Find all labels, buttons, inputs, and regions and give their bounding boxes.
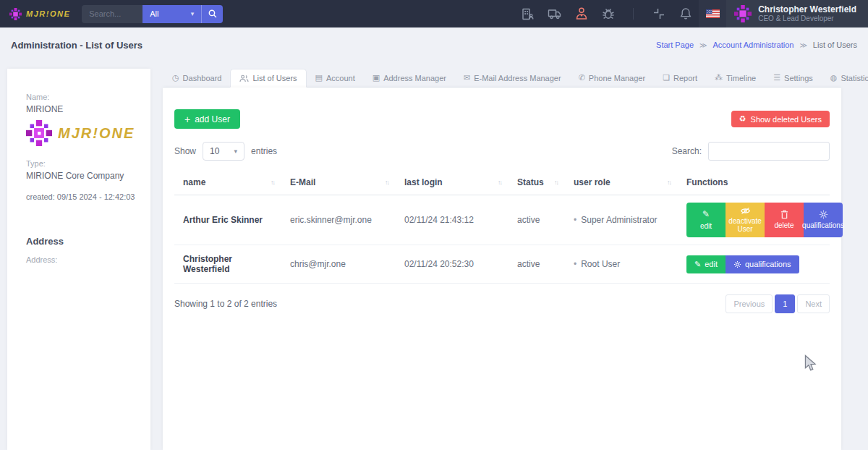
address-label: Address:	[26, 255, 139, 264]
language-selector[interactable]	[699, 0, 726, 27]
sort-icon: ↑↓	[271, 179, 274, 186]
gear-icon	[733, 260, 741, 268]
quick-actions-button[interactable]	[645, 0, 672, 27]
table-search-label: Search:	[672, 146, 702, 156]
qualifications-button[interactable]: qualifications	[804, 203, 843, 237]
tab-list-of-users[interactable]: List of Users	[230, 69, 306, 88]
cell-functions: ✎ edit deactivate User	[678, 195, 843, 245]
tab-settings[interactable]: ☰ Settings	[765, 69, 822, 87]
page-title: Administration - List of Users	[11, 40, 142, 51]
cell-name: Arthur Eric Skinner	[174, 206, 281, 234]
column-header-name[interactable]: name ↑↓	[174, 171, 281, 195]
page-header: Administration - List of Users Start Pag…	[0, 27, 868, 62]
column-header-user-role[interactable]: user role ↑↓	[565, 171, 678, 195]
user-admin-button[interactable]	[568, 0, 595, 27]
bullet-icon: •	[574, 215, 576, 225]
tab-statistics[interactable]: ◍ Statistics	[822, 69, 868, 87]
show-deleted-users-button[interactable]: ♻ Show deleted Users	[731, 111, 830, 127]
pagination-previous[interactable]: Previous	[726, 294, 773, 313]
dashboard-icon: ◷	[172, 73, 179, 82]
statistics-icon: ◍	[830, 73, 838, 82]
eye-slash-icon	[740, 207, 751, 215]
tab-email-address-manager[interactable]: ✉ E-Mail Address Manager	[455, 69, 570, 87]
company-logo-text: MJR!ONE	[58, 125, 135, 142]
cell-functions: ✎ edit qualifications	[678, 248, 830, 281]
column-header-status[interactable]: Status ↑↓	[509, 171, 565, 195]
debug-button[interactable]	[595, 0, 621, 27]
cell-email: chris@mjr.one	[281, 250, 396, 278]
user-display-name: Christopher Westerfield	[758, 4, 856, 14]
company-created: created: 09/15 2024 - 12:42:03	[26, 192, 139, 201]
cell-user-role: •Root User	[565, 250, 678, 278]
recycle-icon: ♻	[739, 114, 746, 124]
pagination-next[interactable]: Next	[797, 294, 830, 313]
settings-icon: ☰	[773, 73, 780, 82]
add-user-button[interactable]: + add User	[174, 109, 240, 129]
search-filter-dropdown[interactable]: All ▾	[142, 5, 201, 23]
bell-icon	[678, 7, 693, 21]
pencil-icon: ✎	[694, 260, 701, 269]
us-flag-icon	[706, 9, 720, 18]
plus-icon: +	[184, 114, 190, 125]
breadcrumb-separator-icon: ≫	[799, 41, 807, 49]
user-menu[interactable]: Christopher Westerfield CEO & Lead Devel…	[726, 0, 868, 27]
flower-logo-icon	[26, 120, 52, 146]
logistics-button[interactable]	[541, 0, 568, 27]
address-heading: Address	[26, 236, 139, 247]
breadcrumb-account-administration[interactable]: Account Administration	[713, 41, 794, 49]
cell-name: Christopher Westerfield	[174, 245, 281, 283]
chevron-down-icon: ▾	[191, 10, 195, 17]
column-header-email[interactable]: E-Mail ↑↓	[281, 171, 396, 195]
bullet-icon: •	[574, 259, 576, 269]
global-search-input[interactable]	[82, 5, 142, 23]
tab-address-manager[interactable]: ▣ Address Manager	[364, 69, 455, 87]
avatar	[734, 5, 752, 22]
search-button[interactable]	[201, 5, 223, 23]
tab-account[interactable]: ▤ Account	[307, 69, 364, 87]
sort-icon: ↑↓	[498, 179, 501, 186]
users-table: name ↑↓ E-Mail ↑↓ last login ↑↓ Status ↑…	[174, 171, 830, 284]
account-icon: ▤	[315, 73, 323, 82]
breadcrumb-current: List of Users	[813, 41, 857, 49]
company-type-label: Type:	[26, 159, 139, 168]
company-sidebar: Name: MIRIONE MJR!ONE Type: MIRIONE Core…	[7, 69, 150, 450]
table-header-row: name ↑↓ E-Mail ↑↓ last login ↑↓ Status ↑…	[174, 171, 830, 195]
address-manager-icon: ▣	[373, 73, 380, 82]
cell-last-login: 02/11/24 20:52:30	[396, 250, 509, 278]
trash-icon	[780, 210, 788, 219]
tab-dashboard[interactable]: ◷ Dashboard	[163, 69, 230, 87]
tab-report[interactable]: ❏ Report	[654, 69, 706, 87]
table-row: Arthur Eric Skinner eric.skinner@mjr.one…	[174, 195, 830, 245]
cell-user-role: •Super Administrator	[565, 206, 678, 234]
list-of-users-panel: + add User ♻ Show deleted Users Show 10 …	[163, 88, 841, 450]
notifications-button[interactable]	[672, 0, 699, 27]
cell-email: eric.skinner@mjr.one	[281, 206, 396, 234]
flower-logo-icon	[9, 8, 22, 20]
tab-phone-manager[interactable]: ✆ Phone Manager	[570, 69, 655, 87]
column-header-functions: Functions	[678, 171, 830, 195]
company-button[interactable]	[514, 0, 541, 27]
pagination-page-1[interactable]: 1	[775, 294, 795, 313]
delete-button[interactable]: delete	[765, 203, 804, 237]
table-search-input[interactable]	[708, 142, 830, 161]
bug-icon	[600, 6, 616, 22]
company-name-label: Name:	[26, 93, 139, 101]
breadcrumb-start-page[interactable]: Start Page	[656, 41, 694, 49]
report-icon: ❏	[663, 73, 670, 82]
edit-button[interactable]: ✎ edit	[686, 203, 726, 237]
pencil-icon: ✎	[702, 210, 710, 220]
deactivate-user-button[interactable]: deactivate User	[726, 203, 765, 237]
edit-button[interactable]: ✎ edit	[686, 255, 726, 273]
main-area: ◷ Dashboard List of Users ▤ Account ▣ Ad…	[163, 69, 841, 450]
table-row: Christopher Westerfield chris@mjr.one 02…	[174, 245, 830, 284]
entries-label: entries	[251, 146, 277, 156]
tab-timeline[interactable]: ⁂ Timeline	[706, 69, 765, 87]
column-header-last-login[interactable]: last login ↑↓	[396, 171, 509, 195]
page-size-select[interactable]: 10 ▾	[203, 142, 244, 161]
qualifications-button[interactable]: qualifications	[726, 255, 799, 273]
truck-icon	[547, 6, 563, 22]
brand-logo[interactable]: MJR!ONE	[0, 8, 82, 20]
pagination: Previous 1 Next	[726, 294, 830, 313]
search-icon	[208, 9, 218, 19]
breadcrumb-separator-icon: ≫	[699, 41, 707, 49]
